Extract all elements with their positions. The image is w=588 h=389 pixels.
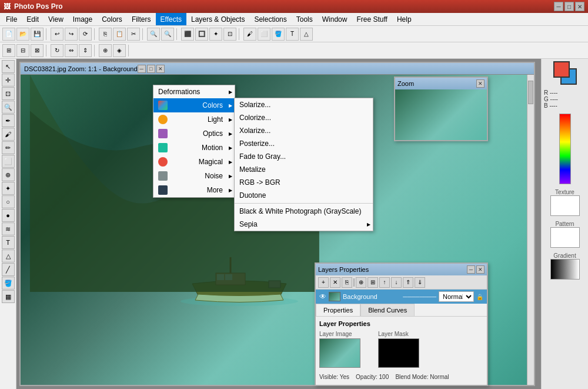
tab-blend-curves[interactable]: Blend Curves bbox=[360, 304, 415, 316]
foreground-color-swatch[interactable] bbox=[553, 61, 570, 78]
crop-button[interactable]: ⊡ bbox=[223, 28, 236, 41]
brush-button[interactable]: 🖌 bbox=[243, 28, 256, 41]
layer-visibility-icon[interactable]: 👁 bbox=[319, 292, 326, 301]
layer-delete-button[interactable]: ✕ bbox=[330, 277, 340, 288]
paste-button[interactable]: 📋 bbox=[113, 28, 126, 41]
layer-duplicate-button[interactable]: ⎘ bbox=[342, 277, 352, 288]
zoom-in-button[interactable]: 🔍 bbox=[147, 28, 160, 41]
select-button[interactable]: ⬛ bbox=[181, 28, 194, 41]
undo-button[interactable]: ↩ bbox=[51, 28, 64, 41]
blend-mode-select[interactable]: Normal Multiply Screen bbox=[439, 291, 474, 302]
effects-noise[interactable]: Noise bbox=[153, 169, 235, 183]
tool-smudge[interactable]: ≋ bbox=[2, 222, 15, 235]
tool-eraser[interactable]: ⬜ bbox=[2, 155, 15, 168]
flip-h-button[interactable]: ⇔ bbox=[65, 44, 78, 57]
canvas-maximize[interactable]: □ bbox=[147, 65, 155, 73]
texture-swatch[interactable] bbox=[550, 195, 580, 216]
tool-text[interactable]: T bbox=[2, 236, 15, 249]
canvas-minimize[interactable]: ─ bbox=[138, 65, 146, 73]
menu-selections[interactable]: Selections bbox=[249, 13, 291, 25]
menu-filters[interactable]: Filters bbox=[127, 13, 156, 25]
layer-add-button[interactable]: + bbox=[318, 277, 329, 288]
effects-magical[interactable]: Magical bbox=[153, 155, 235, 169]
layers-close[interactable]: ✕ bbox=[476, 265, 485, 274]
menu-image[interactable]: Image bbox=[68, 13, 97, 25]
layers-minimize[interactable]: ─ bbox=[467, 265, 475, 274]
effects-motion[interactable]: Motion bbox=[153, 141, 235, 155]
text-button[interactable]: T bbox=[286, 28, 299, 41]
history-button[interactable]: ⟳ bbox=[79, 28, 92, 41]
effects-optics[interactable]: Optics bbox=[153, 127, 235, 141]
rotate-button[interactable]: ↻ bbox=[51, 44, 64, 57]
menu-tools[interactable]: Tools bbox=[292, 13, 318, 25]
tool-move[interactable]: ✛ bbox=[2, 74, 15, 87]
menu-file[interactable]: File bbox=[1, 13, 22, 25]
rulers-button[interactable]: ⊠ bbox=[31, 44, 44, 57]
effects-deformations[interactable]: Deformations bbox=[153, 85, 235, 98]
scrollbar-thumb[interactable] bbox=[528, 81, 533, 104]
canvas-close[interactable]: ✕ bbox=[156, 65, 165, 73]
tool-select[interactable]: ↖ bbox=[2, 60, 15, 73]
effects-colors[interactable]: Colors bbox=[153, 98, 235, 112]
menu-view[interactable]: View bbox=[44, 13, 68, 25]
layer-merge-button[interactable]: ⊕ bbox=[356, 277, 366, 288]
menu-help[interactable]: Help bbox=[392, 13, 416, 25]
tool-line[interactable]: ╱ bbox=[2, 263, 15, 276]
tool-dodge[interactable]: ○ bbox=[2, 195, 15, 208]
eraser-button[interactable]: ⬜ bbox=[258, 28, 270, 41]
menu-window[interactable]: Window bbox=[318, 13, 352, 25]
sub-metalize[interactable]: Metalize bbox=[235, 163, 373, 176]
sub-rgb-bgr[interactable]: RGB -> BGR bbox=[235, 176, 373, 189]
close-button[interactable]: ✕ bbox=[575, 2, 584, 11]
grid-button[interactable]: ⊟ bbox=[16, 44, 29, 57]
sub-duotone[interactable]: Duotone bbox=[235, 189, 373, 202]
vertical-scrollbar[interactable] bbox=[527, 75, 534, 385]
menu-edit[interactable]: Edit bbox=[22, 13, 44, 25]
lasso-button[interactable]: 🔲 bbox=[195, 28, 208, 41]
zoom-out-button[interactable]: 🔍 bbox=[161, 28, 174, 41]
tool-pencil[interactable]: ✏ bbox=[2, 141, 15, 154]
color-gradient-bar[interactable] bbox=[559, 114, 571, 184]
sub-solarize[interactable]: Solarize... bbox=[235, 98, 373, 111]
transform-button[interactable]: ⊕ bbox=[99, 44, 112, 57]
menu-colors[interactable]: Colors bbox=[97, 13, 127, 25]
sub-sepia[interactable]: Sepia bbox=[235, 218, 373, 231]
redo-button[interactable]: ↪ bbox=[65, 28, 78, 41]
sub-xolarize[interactable]: Xolarize... bbox=[235, 124, 373, 137]
zoom-close-x[interactable]: ✕ bbox=[476, 79, 485, 88]
menu-effects[interactable]: Effects bbox=[156, 13, 186, 25]
pattern-swatch[interactable] bbox=[550, 227, 580, 248]
fill-button[interactable]: 🪣 bbox=[272, 28, 285, 41]
cut-button[interactable]: ✂ bbox=[127, 28, 140, 41]
layer-row[interactable]: 👁 Background ──────── Normal Multiply Sc… bbox=[316, 290, 487, 304]
sub-bw-photograph[interactable]: Black & White Photograph (GrayScale) bbox=[235, 205, 373, 218]
menu-layers-objects[interactable]: Layers & Objects bbox=[186, 13, 249, 25]
layer-flatten-button[interactable]: ⊞ bbox=[368, 277, 378, 288]
tab-properties[interactable]: Properties bbox=[316, 304, 360, 316]
gradient-swatch[interactable] bbox=[550, 259, 580, 280]
copy-button[interactable]: ⎘ bbox=[99, 28, 112, 41]
sub-fade-to-gray[interactable]: Fade to Gray... bbox=[235, 150, 373, 163]
effects-more[interactable]: More bbox=[153, 183, 235, 197]
tool-shape[interactable]: △ bbox=[2, 250, 15, 262]
warp-button[interactable]: ◈ bbox=[113, 44, 126, 57]
shape-button[interactable]: △ bbox=[300, 28, 313, 41]
menu-free-stuff[interactable]: Free Stuff bbox=[352, 13, 392, 25]
tool-burn[interactable]: ● bbox=[2, 209, 15, 222]
color-swatch[interactable] bbox=[553, 61, 577, 85]
tool-brush[interactable]: 🖌 bbox=[2, 128, 15, 141]
tool-clone[interactable]: ⊕ bbox=[2, 168, 15, 181]
tool-fill[interactable]: 🪣 bbox=[2, 277, 15, 290]
tool-zoom[interactable]: 🔍 bbox=[2, 101, 15, 114]
layer-top-button[interactable]: ⇑ bbox=[403, 277, 413, 288]
effects-light[interactable]: Light bbox=[153, 112, 235, 127]
save-button[interactable]: 💾 bbox=[31, 28, 44, 41]
layer-up-button[interactable]: ↑ bbox=[379, 277, 390, 288]
sub-posterize[interactable]: Posterize... bbox=[235, 137, 373, 150]
open-button[interactable]: 📂 bbox=[16, 28, 29, 41]
magic-wand-button[interactable]: ✦ bbox=[209, 28, 222, 41]
minimize-button[interactable]: ─ bbox=[554, 2, 563, 11]
new-button[interactable]: 📄 bbox=[2, 28, 15, 41]
sub-colorize[interactable]: Colorize... bbox=[235, 111, 373, 124]
tool-heal[interactable]: ✦ bbox=[2, 182, 15, 195]
